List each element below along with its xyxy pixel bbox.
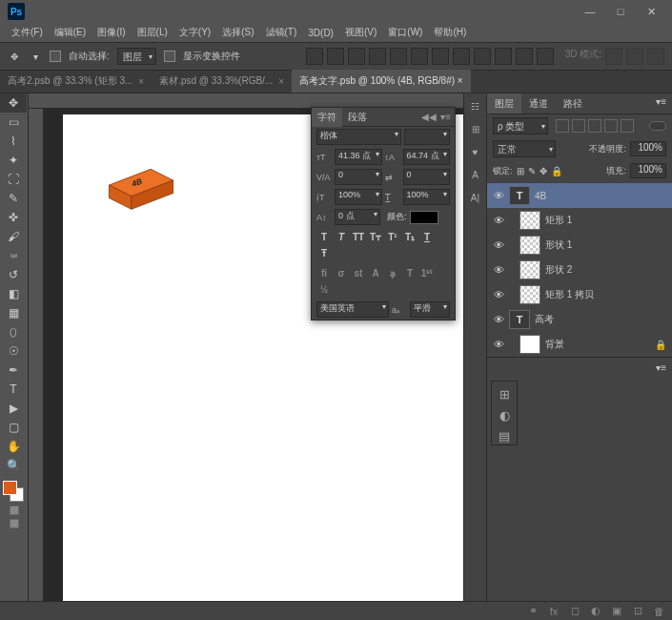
pen-tool[interactable]: ✒ — [0, 361, 27, 380]
menu-view[interactable]: 视图(V) — [341, 24, 380, 41]
align-icon[interactable] — [453, 48, 470, 65]
menu-type[interactable]: 文字(Y) — [175, 24, 214, 41]
layer-name[interactable]: 矩形 1 拷贝 — [545, 288, 594, 301]
history-brush-tool[interactable]: ↺ — [0, 265, 27, 284]
ot-sigma-button[interactable]: σ — [334, 266, 349, 280]
lock-pos-icon[interactable]: ✥ — [540, 166, 547, 176]
foreground-swatch[interactable] — [3, 481, 17, 495]
layer-row[interactable]: 👁T4B — [487, 183, 672, 208]
text-color-swatch[interactable] — [410, 211, 438, 224]
close-button[interactable]: ✕ — [638, 4, 664, 19]
baseline-input[interactable]: 0 点 — [335, 209, 380, 225]
layer-row[interactable]: 👁T高考 — [487, 307, 672, 332]
lock-pixel-icon[interactable]: ✎ — [528, 166, 536, 176]
align-icon[interactable] — [369, 48, 386, 65]
font-style-select[interactable] — [404, 129, 450, 145]
type-tool[interactable]: T — [0, 380, 27, 399]
menu-file[interactable]: 文件(F) — [8, 24, 47, 41]
panel-collapse-icon[interactable]: ▾≡ — [656, 362, 666, 373]
shape-tool[interactable]: ▢ — [0, 418, 27, 437]
layer-name[interactable]: 形状 1 — [545, 238, 572, 252]
auto-select-scope[interactable]: 图层 — [117, 48, 156, 65]
layer-thumb[interactable] — [519, 211, 540, 230]
menu-3d[interactable]: 3D(D) — [304, 26, 337, 40]
heal-tool[interactable]: ✜ — [0, 208, 27, 227]
layer-name[interactable]: 形状 2 — [545, 263, 572, 277]
layer-name[interactable]: 4B — [535, 191, 546, 201]
visibility-icon[interactable]: 👁 — [493, 264, 504, 276]
blur-tool[interactable]: ⬯ — [0, 322, 27, 341]
fx-icon[interactable]: fx — [546, 604, 561, 619]
new-layer-icon[interactable]: ⊡ — [630, 604, 645, 619]
visibility-icon[interactable]: 👁 — [493, 190, 504, 201]
layer-kind-filter[interactable]: ρ 类型 — [493, 117, 548, 134]
dodge-tool[interactable]: ☉ — [0, 341, 27, 361]
collapsed-panel-icon[interactable]: ⊞ — [467, 120, 484, 137]
leading-input[interactable]: 64.74 点 — [403, 149, 451, 165]
ot-fi-button[interactable]: fi — [316, 266, 332, 280]
align-icon[interactable] — [411, 48, 428, 65]
collapsed-panel-icon[interactable]: A — [467, 166, 484, 183]
tracking-input[interactable]: 0 — [403, 169, 451, 185]
layer-thumb[interactable] — [519, 335, 540, 354]
link-icon[interactable]: ⚭ — [525, 604, 540, 619]
tab-layers[interactable]: 图层 — [487, 93, 521, 114]
antialias-select[interactable]: 平滑 — [410, 301, 450, 318]
underline-button[interactable]: T — [419, 230, 435, 244]
menu-help[interactable]: 帮助(H) — [430, 24, 470, 41]
mask-icon[interactable]: ◻ — [567, 604, 582, 619]
stamp-tool[interactable]: ⎃ — [0, 246, 27, 265]
align-icon[interactable] — [537, 48, 554, 65]
italic-button[interactable]: T — [334, 230, 349, 244]
align-icon[interactable] — [474, 48, 491, 65]
layer-row[interactable]: 👁形状 1 — [487, 233, 672, 258]
tool-preset-icon[interactable]: ▾ — [29, 50, 42, 63]
eyedropper-tool[interactable]: ✎ — [0, 189, 27, 208]
align-icon[interactable] — [348, 48, 365, 65]
filter-shape-icon[interactable] — [604, 119, 618, 133]
path-select-tool[interactable]: ▶ — [0, 399, 27, 418]
close-icon[interactable]: × — [278, 76, 284, 87]
layer-row[interactable]: 👁形状 2 — [487, 258, 672, 282]
collapsed-panel-icon[interactable]: ♥ — [467, 143, 484, 160]
ot-half-button[interactable]: ½ — [316, 282, 332, 297]
trash-icon[interactable]: 🗑 — [651, 604, 666, 619]
align-icon[interactable] — [516, 48, 533, 65]
menu-edit[interactable]: 编辑(E) — [51, 24, 90, 41]
adjustment-layer-icon[interactable]: ◐ — [588, 604, 603, 619]
transform-controls-checkbox[interactable] — [164, 51, 175, 62]
filter-pixel-icon[interactable] — [556, 119, 569, 133]
quick-mask-icon[interactable] — [10, 506, 19, 515]
bold-button[interactable]: T — [316, 230, 332, 244]
close-icon[interactable]: × — [138, 76, 144, 87]
document-tab[interactable]: 素材.psd @ 33.3%(RGB/...× — [152, 70, 292, 93]
panel-expand-icon[interactable]: ◀◀ — [421, 112, 437, 122]
layer-name[interactable]: 高考 — [535, 313, 554, 326]
layer-thumb[interactable]: T — [509, 186, 530, 205]
blend-mode-select[interactable]: 正常 — [493, 140, 556, 157]
preset-icon[interactable]: ▤ — [496, 427, 513, 444]
layer-thumb[interactable] — [519, 236, 540, 255]
collapsed-panel-icon[interactable]: A| — [467, 189, 484, 206]
filter-toggle[interactable] — [649, 121, 666, 131]
eraser-tool[interactable]: ◧ — [0, 284, 27, 303]
menu-image[interactable]: 图像(I) — [93, 24, 129, 41]
kerning-input[interactable]: 0 — [335, 169, 382, 185]
allcaps-button[interactable]: TT — [351, 230, 366, 244]
align-icon[interactable] — [306, 48, 323, 65]
layer-thumb[interactable]: T — [509, 310, 530, 329]
layer-thumb[interactable] — [519, 260, 540, 279]
document-tab[interactable]: 高考文字.psb @ 100% (4B, RGB/8#) × — [292, 70, 471, 93]
layer-name[interactable]: 矩形 1 — [545, 214, 572, 227]
ot-A-button[interactable]: A — [368, 266, 383, 280]
swatches-icon[interactable]: ⊞ — [496, 385, 513, 403]
visibility-icon[interactable]: 👁 — [493, 339, 504, 350]
visibility-icon[interactable]: 👁 — [493, 215, 504, 226]
align-icon[interactable] — [390, 48, 407, 65]
screen-mode-icon[interactable] — [10, 519, 19, 528]
align-icon[interactable] — [495, 48, 512, 65]
panel-menu-icon[interactable]: ▾≡ — [440, 112, 451, 122]
panel-menu-icon[interactable]: ▾≡ — [650, 93, 672, 114]
minimize-button[interactable]: — — [577, 4, 603, 19]
marquee-tool[interactable]: ▭ — [0, 113, 27, 132]
